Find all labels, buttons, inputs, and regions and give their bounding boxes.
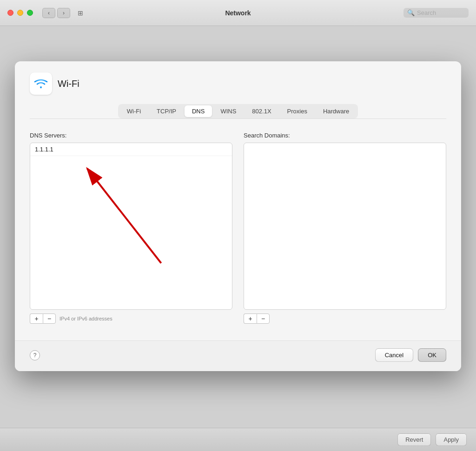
tab-proxies[interactable]: Proxies <box>280 105 315 117</box>
modal-body: Wi-Fi Wi-Fi TCP/IP DNS WINS 802.1X Proxi… <box>15 61 461 340</box>
tabs-container: Wi-Fi TCP/IP DNS WINS 802.1X Proxies Har… <box>30 104 446 119</box>
modal-overlay: Wi-Fi Wi-Fi TCP/IP DNS WINS 802.1X Proxi… <box>0 0 476 451</box>
search-remove-button[interactable]: − <box>257 314 270 324</box>
search-add-button[interactable]: + <box>244 314 257 324</box>
wifi-title: Wi-Fi <box>58 78 79 89</box>
tab-hardware[interactable]: Hardware <box>316 105 357 117</box>
dns-modal: Wi-Fi Wi-Fi TCP/IP DNS WINS 802.1X Proxi… <box>15 61 461 371</box>
tab-8021x[interactable]: 802.1X <box>245 105 278 117</box>
dns-content: DNS Servers: 1.1.1.1 <box>30 128 446 327</box>
cancel-button[interactable]: Cancel <box>375 348 413 362</box>
svg-line-2 <box>87 169 161 263</box>
tab-bar: Wi-Fi TCP/IP DNS WINS 802.1X Proxies Har… <box>118 104 358 118</box>
ok-button[interactable]: OK <box>418 348 446 362</box>
wifi-header: Wi-Fi <box>30 72 446 95</box>
tab-wins[interactable]: WINS <box>213 105 244 117</box>
tab-tcpip[interactable]: TCP/IP <box>149 105 184 117</box>
tab-dns[interactable]: DNS <box>185 105 212 117</box>
search-domains-list[interactable] <box>244 143 446 310</box>
dns-servers-controls: + − IPv4 or IPv6 addresses <box>30 314 232 324</box>
dns-servers-list[interactable]: 1.1.1.1 <box>30 143 232 310</box>
footer-buttons: Cancel OK <box>375 348 446 362</box>
arrow-annotation <box>30 143 232 309</box>
wifi-icon <box>30 72 52 95</box>
dns-servers-label: DNS Servers: <box>30 132 232 139</box>
help-button[interactable]: ? <box>30 350 40 360</box>
dns-list-hint: IPv4 or IPv6 addresses <box>60 316 112 321</box>
tab-wifi[interactable]: Wi-Fi <box>119 105 148 117</box>
dns-remove-button[interactable]: − <box>43 314 56 324</box>
dns-server-entry: 1.1.1.1 <box>30 143 232 156</box>
dns-servers-section: DNS Servers: 1.1.1.1 <box>30 132 232 324</box>
svg-point-0 <box>40 86 42 88</box>
modal-footer: ? Cancel OK <box>15 340 461 371</box>
search-domains-controls: + − <box>244 314 446 324</box>
search-domains-section: Search Domains: + − <box>244 132 446 324</box>
dns-add-button[interactable]: + <box>30 314 43 324</box>
search-domains-label: Search Domains: <box>244 132 446 139</box>
